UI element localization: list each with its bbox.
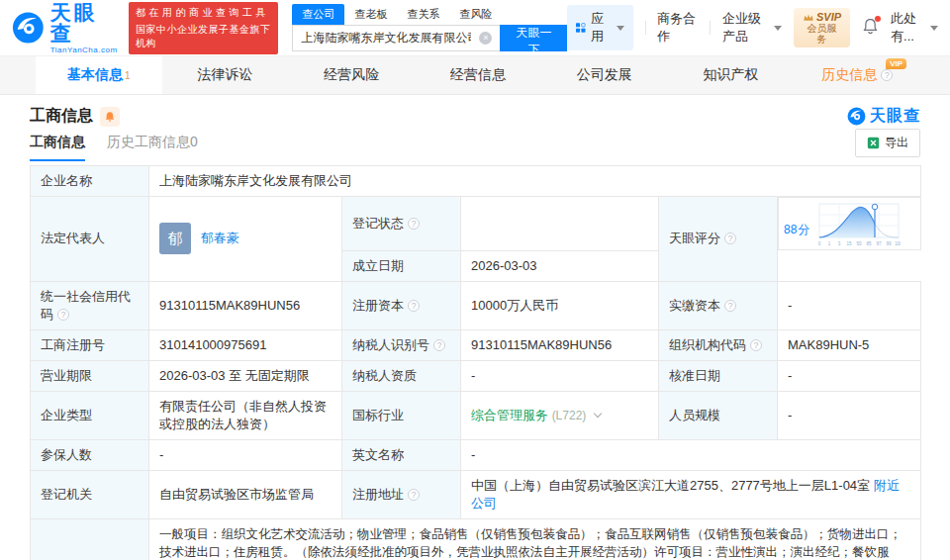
tab-legal-litigation[interactable]: 法律诉讼 bbox=[162, 56, 289, 94]
info-icon[interactable] bbox=[750, 339, 762, 351]
score-axis-ticks: 013 155085 9799100 bbox=[818, 241, 901, 246]
svg-text:100: 100 bbox=[896, 241, 902, 246]
industry-name[interactable]: 综合管理服务 bbox=[471, 408, 548, 422]
taxpayer-quality-value: - bbox=[461, 360, 659, 391]
table-row: 法定代表人 郁 郁春豪 登记状态 天眼评分 88分 bbox=[31, 197, 921, 251]
reg-address-value: 中国（上海）自由贸易试验区滨江大道2755、2777号地上一层L1-04室 附近… bbox=[461, 470, 921, 518]
paid-capital-label: 实缴资本 bbox=[659, 281, 778, 329]
chevron-down-icon bbox=[930, 26, 938, 31]
search-area: 查公司 查老板 查关系 查风险 × 天眼一下 bbox=[292, 4, 567, 51]
table-row: 登记机关 自由贸易试验区市场监管局 注册地址 中国（上海）自由贸易试验区滨江大道… bbox=[31, 470, 921, 518]
search-tab-relation[interactable]: 查关系 bbox=[397, 4, 449, 25]
bell-icon bbox=[104, 111, 116, 123]
info-icon[interactable] bbox=[57, 309, 69, 321]
search-tab-boss[interactable]: 查老板 bbox=[344, 4, 397, 25]
section-header: 工商信息 天眼查 bbox=[30, 95, 920, 130]
svg-text:15: 15 bbox=[847, 241, 853, 246]
svg-text:50: 50 bbox=[857, 241, 863, 246]
section-title: 工商信息 bbox=[30, 106, 93, 127]
info-icon[interactable] bbox=[408, 218, 420, 230]
clear-search-icon[interactable]: × bbox=[479, 32, 492, 45]
info-icon[interactable] bbox=[433, 339, 445, 351]
tab-history-info[interactable]: 历史信息 VIP bbox=[794, 56, 920, 94]
chevron-down-icon bbox=[774, 26, 782, 31]
table-row: 参保人数 - 英文名称 - bbox=[31, 439, 921, 470]
top-header: 天眼查 TianYanCha.com 都在用的商业查询工具 国家中小企业发展子基… bbox=[0, 0, 950, 55]
info-icon[interactable] bbox=[724, 233, 736, 244]
tab-basic-info[interactable]: 基本信息 1 bbox=[36, 56, 162, 94]
company-tab-strip: 基本信息 1 法律诉讼 经营风险 经营信息 公司发展 知识产权 历史信息 VIP bbox=[0, 55, 950, 95]
legal-rep-cell: 郁 郁春豪 bbox=[149, 197, 342, 282]
svg-text:99: 99 bbox=[887, 241, 893, 246]
credit-code-value: 91310115MAK89HUN56 bbox=[149, 281, 342, 329]
svg-text:1: 1 bbox=[828, 241, 831, 246]
slogan-badge: 都在用的商业查询工具 国家中小企业发展子基金旗下机构 bbox=[129, 2, 279, 54]
business-scope-value: 一般项目：组织文化艺术交流活动；物业管理；食品销售（仅销售预包装食品）；食品互联… bbox=[149, 518, 921, 560]
business-info-table: 企业名称 上海陆家嘴东岸文化发展有限公司 法定代表人 郁 郁春豪 登记状态 天眼… bbox=[30, 165, 921, 560]
svip-membership-badge[interactable]: SVIP 会员服务 bbox=[794, 8, 850, 47]
approval-date-value: - bbox=[778, 360, 921, 391]
apps-label: 应用 bbox=[591, 10, 609, 46]
svg-text:0: 0 bbox=[818, 241, 821, 246]
nav-enterprise[interactable]: 企业级产品 bbox=[722, 10, 782, 46]
search-input[interactable] bbox=[293, 32, 479, 46]
notifications-bell[interactable] bbox=[862, 18, 879, 38]
establish-date-value: 2026-03-03 bbox=[461, 250, 659, 281]
notification-dot bbox=[875, 16, 881, 22]
reg-number-value: 310141000975691 bbox=[149, 329, 342, 360]
search-tab-company[interactable]: 查公司 bbox=[292, 4, 344, 25]
chevron-down-icon[interactable] bbox=[594, 409, 602, 417]
industry-label: 国标行业 bbox=[342, 391, 461, 439]
reg-capital-value: 10000万人民币 bbox=[461, 281, 659, 329]
info-icon[interactable] bbox=[408, 300, 420, 312]
org-code-label: 组织机构代码 bbox=[659, 329, 778, 360]
divider bbox=[645, 21, 646, 35]
reg-authority-label: 登记机关 bbox=[31, 470, 149, 518]
business-scope-label: 经营范围 bbox=[31, 518, 149, 560]
vip-tag: VIP bbox=[886, 58, 906, 69]
industry-value: 综合管理服务 (L722) bbox=[461, 391, 659, 439]
reg-authority-value: 自由贸易试验区市场监管局 bbox=[149, 470, 342, 518]
establish-date-label: 成立日期 bbox=[342, 250, 461, 281]
info-icon[interactable] bbox=[408, 489, 420, 501]
svg-text:97: 97 bbox=[877, 241, 883, 246]
tab-badge-count: 1 bbox=[125, 70, 131, 81]
tab-intellectual-property[interactable]: 知识产权 bbox=[668, 56, 795, 94]
legal-rep-name-link[interactable]: 郁春豪 bbox=[201, 230, 239, 247]
search-button[interactable]: 天眼一下 bbox=[500, 25, 567, 51]
subtab-business-registration[interactable]: 工商信息 bbox=[30, 134, 85, 161]
tab-company-development[interactable]: 公司发展 bbox=[541, 56, 668, 94]
tianyancha-logo-icon bbox=[847, 107, 866, 126]
tianyancha-logo-icon bbox=[12, 11, 45, 45]
approval-date-label: 核准日期 bbox=[659, 360, 778, 391]
tab-operational-risk[interactable]: 经营风险 bbox=[288, 56, 415, 94]
table-row: 经营范围 一般项目：组织文化艺术交流活动；物业管理；食品销售（仅销售预包装食品）… bbox=[31, 518, 921, 560]
company-type-label: 企业类型 bbox=[31, 391, 149, 439]
export-button[interactable]: 导出 bbox=[855, 129, 920, 157]
chevron-down-icon bbox=[617, 26, 624, 31]
monitor-bell-button[interactable] bbox=[100, 107, 120, 127]
legal-rep-avatar[interactable]: 郁 bbox=[159, 223, 191, 254]
paid-capital-value: - bbox=[778, 281, 921, 329]
credit-code-label: 统一社会信用代码 bbox=[31, 281, 149, 329]
score-label: 天眼评分 bbox=[659, 197, 778, 282]
info-icon[interactable] bbox=[881, 69, 893, 81]
apps-menu[interactable]: 应用 bbox=[567, 5, 632, 50]
tab-business-info[interactable]: 经营信息 bbox=[415, 56, 541, 94]
nav-more[interactable]: 此处有... bbox=[891, 10, 938, 46]
subtab-history-registration[interactable]: 历史工商信息0 bbox=[107, 134, 198, 161]
table-row: 企业名称 上海陆家嘴东岸文化发展有限公司 bbox=[31, 166, 921, 197]
info-icon[interactable] bbox=[724, 300, 736, 312]
reg-address-label: 注册地址 bbox=[342, 470, 461, 518]
score-value: 88分 bbox=[783, 210, 809, 238]
org-code-value: MAK89HUN-5 bbox=[778, 329, 921, 360]
staff-size-label: 人员规模 bbox=[659, 391, 778, 439]
english-name-label: 英文名称 bbox=[342, 439, 461, 470]
legal-rep-label: 法定代表人 bbox=[31, 197, 149, 282]
business-term-label: 营业期限 bbox=[31, 360, 149, 391]
reg-status-value bbox=[461, 197, 659, 251]
industry-code: (L722) bbox=[552, 409, 587, 422]
search-tab-risk[interactable]: 查风险 bbox=[449, 4, 502, 25]
brand-logo[interactable]: 天眼查 TianYanCha.com bbox=[12, 2, 119, 54]
nav-cooperation[interactable]: 商务合作 bbox=[657, 10, 698, 46]
